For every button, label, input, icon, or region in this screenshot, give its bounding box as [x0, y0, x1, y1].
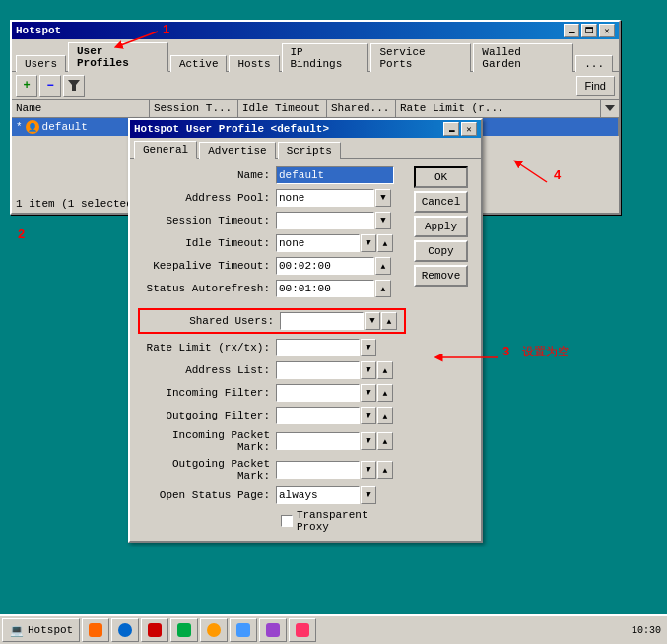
outgoing-filter-up[interactable]: ▲ [377, 407, 393, 424]
add-button[interactable]: + [16, 75, 37, 97]
shared-users-up[interactable]: ▲ [381, 312, 397, 330]
name-input[interactable] [276, 166, 394, 184]
idle-timeout-dropdown[interactable]: ▼ [361, 234, 376, 252]
tab-ip-bindings[interactable]: IP Bindings [282, 43, 369, 72]
idle-timeout-input[interactable] [276, 234, 360, 252]
tab-users[interactable]: Users [16, 55, 66, 72]
outgoing-packet-input[interactable] [276, 461, 360, 479]
tab-hosts[interactable]: Hosts [229, 55, 279, 72]
shared-users-dropdown[interactable]: ▼ [365, 312, 380, 330]
keepalive-row: Keepalive Timeout: ▲ [138, 257, 406, 275]
idle-timeout-up[interactable]: ▲ [377, 234, 393, 252]
tab-more[interactable]: ... [575, 55, 613, 72]
remove-button[interactable]: − [39, 75, 61, 97]
transparent-proxy-label: Transparent Proxy [297, 509, 406, 533]
outgoing-filter-dropdown[interactable]: ▼ [361, 407, 376, 424]
annotation-3: 3 [502, 344, 509, 358]
dialog-body: Name: Address Pool: ▼ Session Timeout: ▼… [130, 159, 481, 541]
button-group: OK Cancel Apply Copy Remove [414, 166, 473, 533]
incoming-packet-input[interactable] [276, 432, 360, 450]
outgoing-filter-row: Outgoing Filter: ▼ ▲ [138, 407, 406, 424]
user-icon: 👤 [26, 120, 39, 134]
profile-dialog: Hotspot User Profile <default> 🗕 ✕ Gener… [128, 118, 483, 543]
status-text: 1 item (1 selected) [16, 198, 139, 210]
apply-button[interactable]: Apply [414, 216, 468, 237]
tray-time: 10:30 [632, 625, 661, 636]
tab-active[interactable]: Active [170, 55, 228, 72]
tab-service-ports[interactable]: Service Ports [370, 43, 471, 72]
status-autorefresh-up[interactable]: ▲ [375, 280, 391, 297]
incoming-filter-dropdown[interactable]: ▼ [361, 384, 376, 402]
transparent-proxy-checkbox[interactable] [281, 515, 293, 527]
shared-users-row: Shared Users: ▼ ▲ [138, 308, 406, 334]
incoming-filter-input[interactable] [276, 384, 360, 402]
status-autorefresh-row: Status Autorefresh: ▲ [138, 280, 406, 297]
session-timeout-dropdown[interactable]: ▼ [375, 212, 391, 229]
dialog-tab-general[interactable]: General [134, 141, 197, 159]
open-status-dropdown[interactable]: ▼ [361, 486, 376, 504]
svg-marker-1 [605, 105, 615, 111]
status-autorefresh-input[interactable] [276, 280, 374, 297]
taskbar-icon-6 [236, 623, 250, 637]
dialog-tab-scripts[interactable]: Scripts [278, 142, 341, 159]
cancel-button[interactable]: Cancel [414, 191, 468, 213]
col-session: Session T... [150, 100, 238, 117]
keepalive-input[interactable] [276, 257, 374, 275]
outgoing-packet-dropdown[interactable]: ▼ [361, 461, 376, 479]
taskbar-item-5[interactable] [200, 618, 228, 642]
outgoing-packet-up[interactable]: ▲ [377, 461, 393, 479]
incoming-packet-up[interactable]: ▲ [377, 432, 393, 450]
incoming-filter-up[interactable]: ▲ [377, 384, 393, 402]
idle-timeout-label: Idle Timeout: [138, 237, 276, 249]
tab-user-profiles[interactable]: User Profiles [68, 42, 168, 72]
tab-walled-garden[interactable]: Walled Garden [473, 43, 573, 72]
maximize-button[interactable]: 🗖 [581, 24, 597, 37]
annotation-3-text: 设置为空 [522, 344, 569, 360]
copy-button[interactable]: Copy [414, 240, 468, 262]
dialog-tab-advertise[interactable]: Advertise [199, 142, 275, 159]
close-button[interactable]: ✕ [599, 24, 615, 37]
ok-button[interactable]: OK [414, 166, 468, 188]
address-pool-input[interactable] [276, 189, 374, 207]
minimize-button[interactable]: 🗕 [564, 24, 579, 37]
svg-marker-0 [68, 80, 80, 91]
address-pool-dropdown[interactable]: ▼ [375, 189, 391, 207]
tab-bar: Users User Profiles Active Hosts IP Bind… [12, 39, 619, 72]
taskbar-item-6[interactable] [230, 618, 257, 642]
outgoing-packet-row: Outgoing Packet Mark: ▼ ▲ [138, 458, 406, 482]
address-list-up[interactable]: ▲ [377, 361, 393, 379]
taskbar-item-2[interactable] [111, 618, 139, 642]
address-list-dropdown[interactable]: ▼ [361, 361, 376, 379]
col-idle: Idle Timeout [238, 100, 327, 117]
keepalive-up[interactable]: ▲ [375, 257, 391, 275]
toolbar: + − Find [12, 72, 619, 100]
outgoing-filter-input[interactable] [276, 407, 360, 424]
taskbar-item-7[interactable] [259, 618, 287, 642]
outgoing-filter-label: Outgoing Filter: [138, 410, 276, 421]
taskbar-item-3[interactable] [141, 618, 168, 642]
session-timeout-input[interactable] [276, 212, 374, 229]
taskbar-icon-4 [177, 623, 191, 637]
filter-button[interactable] [63, 75, 85, 97]
taskbar-item-4[interactable] [170, 618, 198, 642]
taskbar-item-1[interactable] [82, 618, 109, 642]
taskbar-item-8[interactable] [289, 618, 316, 642]
open-status-input[interactable] [276, 486, 360, 504]
rate-limit-input[interactable] [276, 339, 360, 356]
incoming-filter-row: Incoming Filter: ▼ ▲ [138, 384, 406, 402]
remove-button[interactable]: Remove [414, 265, 468, 287]
open-status-row: Open Status Page: ▼ [138, 486, 406, 504]
system-tray: 10:30 [628, 625, 665, 636]
dialog-close[interactable]: ✕ [461, 122, 477, 136]
incoming-filter-label: Incoming Filter: [138, 387, 276, 399]
filter-icon [68, 80, 80, 92]
taskbar-hotspot[interactable]: 💻 Hotspot [2, 618, 80, 642]
shared-users-input[interactable] [280, 312, 364, 330]
rate-limit-dropdown[interactable]: ▼ [361, 339, 376, 356]
find-button[interactable]: Find [576, 76, 615, 96]
rate-limit-label: Rate Limit (rx/tx): [138, 342, 276, 354]
dialog-minimize[interactable]: 🗕 [443, 122, 459, 136]
col-shared: Shared... [327, 100, 396, 117]
incoming-packet-dropdown[interactable]: ▼ [361, 432, 376, 450]
address-list-input[interactable] [276, 361, 360, 379]
